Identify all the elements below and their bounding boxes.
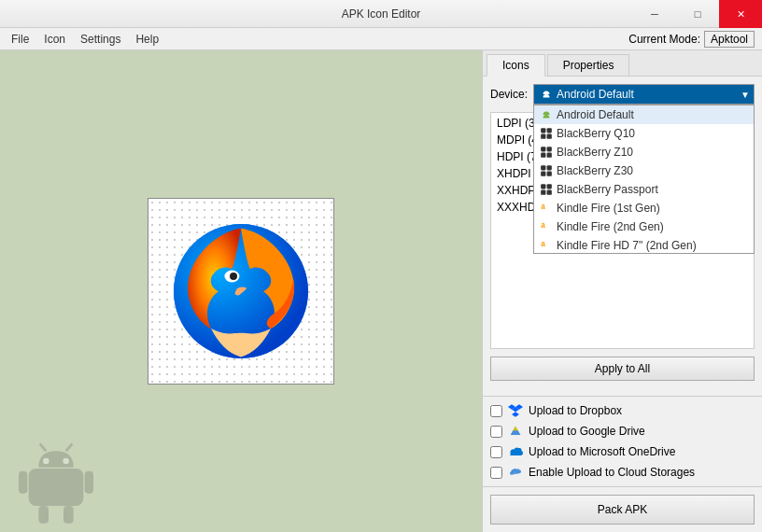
svg-rect-8: [64, 506, 74, 524]
svg-text:a: a: [541, 240, 545, 248]
checkbox-label-dropbox: Upload to Dropbox: [529, 404, 622, 417]
dropdown-item-android-default[interactable]: Android Default: [534, 105, 754, 124]
canvas-area: [0, 50, 482, 532]
svg-rect-23: [541, 153, 545, 158]
dropdown-item-label: BlackBerry Passport: [557, 183, 658, 196]
svg-rect-27: [541, 172, 545, 176]
mode-badge: Apktool: [704, 31, 755, 48]
tab-content: Device: Android Default ▼ Android Defaul…: [483, 77, 762, 396]
svg-rect-31: [541, 190, 545, 195]
device-dropdown-icon: [540, 88, 553, 101]
dropbox-icon: [508, 403, 523, 418]
checkbox-cloud[interactable]: [490, 467, 502, 479]
dropdown-item-kindle-hd7-2nd[interactable]: aKindle Fire HD 7" (2nd Gen): [534, 236, 754, 254]
svg-text:a: a: [541, 221, 545, 230]
checkbox-row-onedrive: Upload to Microsoft OneDrive: [490, 441, 755, 462]
svg-point-14: [547, 92, 549, 94]
main-area: Icons Properties Device: Android Default: [0, 50, 762, 532]
tab-properties[interactable]: Properties: [547, 54, 630, 76]
svg-rect-26: [547, 165, 552, 170]
dropdown-item-bb-passport[interactable]: BlackBerry Passport: [534, 180, 754, 199]
dropdown-item-bb-z10[interactable]: BlackBerry Z10: [534, 143, 754, 161]
svg-point-3: [230, 273, 237, 280]
cloud-icon: ↑: [508, 465, 523, 480]
svg-line-12: [66, 443, 73, 451]
maximize-button[interactable]: □: [676, 0, 719, 28]
checkbox-row-gdrive: Upload to Google Drive: [490, 421, 755, 441]
device-row: Device: Android Default ▼ Android Defaul…: [490, 84, 755, 105]
svg-rect-28: [547, 172, 552, 176]
checkbox-row-dropbox: Upload to Dropbox: [490, 400, 755, 421]
checkbox-label-onedrive: Upload to Microsoft OneDrive: [529, 445, 675, 458]
close-button[interactable]: ✕: [719, 0, 762, 28]
onedrive-icon: [508, 444, 523, 459]
svg-rect-17: [541, 128, 545, 133]
svg-rect-19: [541, 134, 545, 139]
dropdown-list[interactable]: Android DefaultBlackBerry Q10BlackBerry …: [533, 105, 755, 254]
svg-rect-6: [85, 471, 93, 494]
checkbox-label-cloud: Enable Upload to Cloud Storages: [529, 466, 695, 479]
svg-point-15: [543, 113, 545, 115]
device-dropdown-selected: Android Default: [557, 88, 634, 101]
svg-rect-22: [547, 147, 552, 151]
window-controls: ─ □ ✕: [633, 0, 762, 28]
dropdown-arrow-icon: ▼: [741, 90, 750, 100]
menu-icon[interactable]: Icon: [36, 31, 73, 48]
svg-point-9: [43, 458, 49, 465]
svg-point-16: [547, 113, 549, 115]
gdrive-icon: [508, 424, 523, 439]
dropdown-item-kindle-2nd[interactable]: aKindle Fire (2nd Gen): [534, 217, 754, 236]
svg-rect-21: [541, 147, 545, 151]
menu-settings[interactable]: Settings: [73, 31, 128, 48]
svg-rect-7: [38, 506, 49, 524]
pack-apk-section: Pack APK: [483, 486, 762, 532]
dropdown-item-bb-z30[interactable]: BlackBerry Z30: [534, 161, 754, 180]
checkbox-dropbox[interactable]: [490, 405, 502, 417]
window-title: APK Icon Editor: [342, 7, 421, 21]
device-label: Device:: [490, 88, 528, 101]
dropdown-item-label: BlackBerry Z10: [557, 146, 633, 159]
dropdown-item-label: BlackBerry Q10: [557, 127, 635, 140]
svg-rect-24: [547, 153, 552, 158]
checkboxes-section: Upload to DropboxUpload to Google DriveU…: [483, 396, 762, 486]
dropdown-item-label: Kindle Fire HD 7" (2nd Gen): [557, 239, 697, 252]
icon-container: [148, 198, 334, 385]
menu-file[interactable]: File: [4, 31, 36, 48]
right-panel: Icons Properties Device: Android Default: [482, 50, 762, 532]
svg-text:↑: ↑: [514, 470, 515, 475]
dropdown-item-label: Kindle Fire (2nd Gen): [557, 220, 664, 233]
device-dropdown-wrapper: Android Default ▼ Android DefaultBlackBe…: [533, 84, 755, 105]
svg-rect-29: [541, 184, 545, 189]
svg-rect-30: [547, 184, 552, 189]
checkbox-gdrive[interactable]: [490, 426, 502, 438]
svg-rect-20: [547, 134, 552, 139]
current-mode-label: Current Mode:: [628, 33, 700, 46]
apply-all-button[interactable]: Apply to All: [490, 357, 755, 381]
dropdown-item-bb-q10[interactable]: BlackBerry Q10: [534, 124, 754, 143]
dropdown-item-label: Kindle Fire (1st Gen): [557, 202, 660, 215]
dropdown-item-kindle-1st[interactable]: aKindle Fire (1st Gen): [534, 199, 754, 217]
checkbox-row-cloud: ↑Enable Upload to Cloud Storages: [490, 462, 755, 483]
svg-rect-25: [541, 165, 545, 170]
checkbox-label-gdrive: Upload to Google Drive: [529, 425, 645, 438]
current-mode-area: Current Mode: Apktool: [628, 31, 755, 48]
title-bar: APK Icon Editor ─ □ ✕: [0, 0, 762, 28]
svg-line-11: [40, 443, 47, 451]
svg-rect-32: [547, 190, 552, 195]
dropdown-item-label: BlackBerry Z30: [557, 164, 633, 177]
device-dropdown[interactable]: Android Default ▼: [533, 84, 755, 105]
minimize-button[interactable]: ─: [633, 0, 676, 28]
pack-apk-button[interactable]: Pack APK: [490, 495, 755, 525]
menu-help[interactable]: Help: [128, 31, 166, 48]
svg-rect-4: [29, 469, 84, 506]
menu-bar: File Icon Settings Help Current Mode: Ap…: [0, 28, 762, 50]
checkbox-onedrive[interactable]: [490, 446, 502, 458]
svg-rect-5: [19, 471, 27, 494]
svg-point-13: [543, 92, 545, 94]
tab-icons[interactable]: Icons: [487, 54, 545, 77]
dropdown-item-label: Android Default: [557, 108, 634, 121]
svg-text:a: a: [541, 203, 545, 211]
svg-point-10: [63, 458, 69, 465]
tabs: Icons Properties: [483, 50, 762, 77]
svg-rect-18: [547, 128, 552, 133]
